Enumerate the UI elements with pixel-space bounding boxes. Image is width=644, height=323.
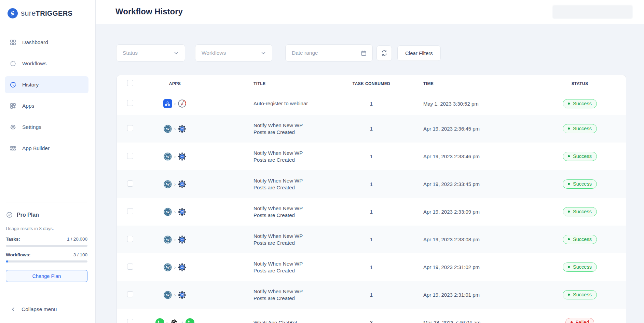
- workflows-filter-select[interactable]: Workflows: [195, 44, 272, 62]
- svg-text:W: W: [166, 265, 170, 269]
- gear-icon: [10, 124, 16, 131]
- sidebar-item-apps[interactable]: Apps: [5, 97, 88, 115]
- row-app-icons: W›API: [141, 263, 209, 272]
- row-app-icons: ›+: [141, 318, 209, 323]
- wordpress-icon: W: [163, 291, 172, 299]
- collapse-menu-label: Collapse menu: [22, 306, 57, 312]
- status-badge: Success: [563, 99, 597, 108]
- brand-name: sureTRIGGERS: [21, 9, 72, 18]
- row-app-icons: ›w: [141, 99, 209, 108]
- task-consumed-value: 1: [325, 181, 417, 187]
- tasks-label: Tasks:: [6, 237, 20, 242]
- chevron-separator: ›: [174, 292, 176, 298]
- redacted-account-area: [552, 5, 633, 19]
- task-consumed-value: 1: [325, 264, 417, 270]
- app-builder-icon: [10, 145, 16, 152]
- row-checkbox[interactable]: [127, 236, 133, 242]
- dashboard-icon: [10, 39, 16, 46]
- workflow-title: Notify When New WP Posts are Created: [254, 177, 313, 190]
- workflow-title: Notify When New WP Posts are Created: [254, 122, 313, 135]
- date-range-input[interactable]: Date range: [285, 44, 373, 62]
- sidebar-item-app-builder[interactable]: App Builder: [5, 140, 88, 157]
- table-row[interactable]: W›API Notify When New WP Posts are Creat…: [117, 143, 626, 170]
- task-consumed-value: 1: [325, 153, 417, 159]
- clear-filters-button[interactable]: Clear Filters: [397, 45, 441, 61]
- task-consumed-value: 1: [325, 209, 417, 215]
- column-header-apps: APPS: [141, 81, 209, 86]
- svg-text:API: API: [181, 294, 184, 296]
- run-timestamp: Apr 19, 2023 2:36:45 pm: [417, 126, 534, 132]
- plan-panel: Pro Plan Usage resets in 8 days. Tasks: …: [6, 211, 87, 282]
- table-row[interactable]: ›w Auto-register to webinar 1 May 1, 202…: [117, 92, 626, 115]
- workflows-value: 3 / 100: [73, 252, 87, 257]
- task-consumed-value: 1: [325, 292, 417, 298]
- column-header-time: TIME: [417, 81, 534, 86]
- table-row[interactable]: W›API Notify When New WP Posts are Creat…: [117, 226, 626, 253]
- wordpress-icon: W: [163, 207, 172, 216]
- row-app-icons: W›API: [141, 235, 209, 244]
- plan-badge-icon: [6, 211, 13, 218]
- chevron-down-icon: [260, 50, 266, 56]
- column-header-task: TASK CONSUMED: [325, 81, 417, 86]
- webinarjam-icon: w: [178, 99, 187, 108]
- table-row[interactable]: W›API Notify When New WP Posts are Creat…: [117, 253, 626, 281]
- run-timestamp: Apr 19, 2023 2:31:01 pm: [417, 292, 534, 298]
- row-checkbox[interactable]: [127, 208, 133, 214]
- table-row[interactable]: W›API Notify When New WP Posts are Creat…: [117, 115, 626, 143]
- suretriggers-logo-icon: [8, 8, 18, 18]
- column-header-status: STATUS: [534, 81, 626, 86]
- row-checkbox[interactable]: [127, 180, 133, 187]
- change-plan-button[interactable]: Change Plan: [6, 270, 87, 282]
- sidebar-item-history[interactable]: History: [5, 76, 88, 93]
- refresh-button[interactable]: [376, 45, 392, 61]
- svg-text:W: W: [166, 154, 170, 158]
- task-consumed-value: 3: [325, 320, 417, 323]
- chevron-down-icon: [173, 50, 179, 56]
- task-consumed-value: 1: [325, 101, 417, 107]
- status-badge: Failed: [565, 318, 594, 323]
- whatsapp-icon: [186, 318, 194, 323]
- row-app-icons: W›API: [141, 152, 209, 161]
- wordpress-icon: W: [163, 263, 172, 272]
- status-filter-select[interactable]: Status: [116, 44, 185, 62]
- api-gear-icon: API: [178, 207, 187, 216]
- chevron-separator: ›: [174, 265, 176, 270]
- chevron-separator: ›: [174, 126, 176, 132]
- brand-logo[interactable]: sureTRIGGERS: [8, 8, 72, 18]
- svg-text:W: W: [166, 293, 170, 297]
- plan-name: Pro Plan: [17, 212, 39, 218]
- svg-text:API: API: [181, 238, 184, 240]
- top-bar: Workflow History: [96, 0, 644, 24]
- sidebar-item-settings[interactable]: Settings: [5, 119, 88, 136]
- table-row[interactable]: W›API Notify When New WP Posts are Creat…: [117, 198, 626, 226]
- workflows-progress-bar: [6, 260, 87, 263]
- row-checkbox[interactable]: [127, 319, 133, 323]
- status-badge: Success: [563, 124, 597, 133]
- row-checkbox[interactable]: [127, 291, 133, 297]
- row-checkbox[interactable]: [127, 125, 133, 131]
- task-consumed-value: 1: [325, 126, 417, 132]
- table-row[interactable]: W›API Notify When New WP Posts are Creat…: [117, 170, 626, 198]
- main-content: Workflow History Status Workflows Date r…: [96, 0, 644, 323]
- chevron-separator: ›: [174, 237, 176, 242]
- svg-text:API: API: [181, 266, 184, 268]
- calendar-icon: [360, 50, 367, 56]
- tasks-progress-bar: [6, 245, 87, 247]
- api-gear-icon: API: [178, 124, 187, 133]
- row-checkbox[interactable]: [127, 264, 133, 270]
- row-checkbox[interactable]: [127, 100, 133, 106]
- svg-text:W: W: [166, 182, 170, 186]
- table-row[interactable]: W›API Notify When New WP Posts are Creat…: [117, 281, 626, 309]
- select-all-checkbox[interactable]: [127, 80, 133, 86]
- table-header-row: APPS TITLE TASK CONSUMED TIME STATUS: [117, 75, 626, 92]
- history-table: APPS TITLE TASK CONSUMED TIME STATUS ›w …: [117, 75, 626, 323]
- sidebar-item-workflows[interactable]: Workflows: [5, 55, 88, 72]
- workflow-title: Notify When New WP Posts are Created: [254, 288, 313, 301]
- table-row[interactable]: ›+ WhatsApp ChatBot 3 Mar 28, 2023 7:46:…: [117, 309, 626, 323]
- history-clock-icon: [10, 81, 16, 88]
- row-checkbox[interactable]: [127, 153, 133, 159]
- chevron-separator: ›: [174, 101, 176, 106]
- run-timestamp: Apr 19, 2023 2:31:02 pm: [417, 264, 534, 270]
- sidebar-item-dashboard[interactable]: Dashboard: [5, 34, 88, 51]
- collapse-menu-button[interactable]: Collapse menu: [10, 306, 57, 312]
